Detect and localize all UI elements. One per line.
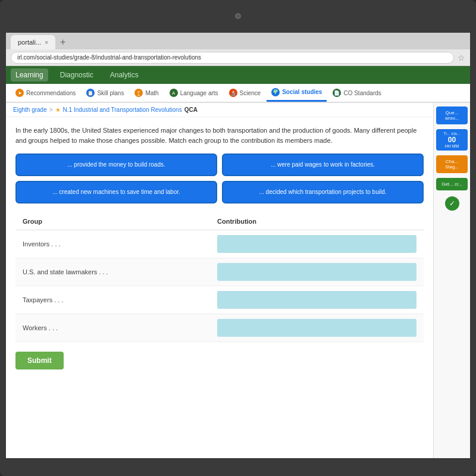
answer-tile-0[interactable]: ... provided the money to build roads. <box>15 154 217 176</box>
co-standards-icon: 📄 <box>333 89 341 97</box>
nav-item-learning[interactable]: Learning <box>11 68 48 82</box>
tab-close-icon[interactable]: × <box>45 39 48 46</box>
submit-button[interactable]: Submit <box>15 352 64 369</box>
table-row-workers: Workers . . . <box>15 314 424 342</box>
camera-dot <box>235 13 241 19</box>
breadcrumb: Eighth grade > ★ N.1 Industrial and Tran… <box>6 103 470 117</box>
subject-tabs: ➤ Recommendations 📋 Skill plans ∑ Math A… <box>6 84 470 103</box>
tab-co-standards[interactable]: 📄 CO Standards <box>328 84 386 102</box>
group-lawmakers: U.S. and state lawmakers . . . <box>15 258 210 286</box>
bookmark-icon[interactable]: ☆ <box>458 53 465 62</box>
answer-tile-2[interactable]: ... created new machines to save time an… <box>15 181 217 203</box>
math-icon: ∑ <box>134 89 143 97</box>
address-bar: ☆ <box>6 49 470 66</box>
match-table: Group Contribution Inventors . . . U.S. … <box>15 213 424 342</box>
check-icon: ✓ <box>445 196 459 211</box>
table-row-lawmakers: U.S. and state lawmakers . . . <box>15 258 424 286</box>
contribution-lawmakers[interactable] <box>210 258 424 286</box>
new-tab-button[interactable]: + <box>58 37 68 48</box>
timer-label: Ti... ela... <box>439 131 465 136</box>
url-input[interactable] <box>11 52 454 64</box>
skill-plans-icon: 📋 <box>86 89 95 97</box>
breadcrumb-badge: QCA <box>184 107 198 113</box>
answer-tile-1[interactable]: ... were paid wages to work in factories… <box>222 154 424 176</box>
side-panel: Que... ansv... Ti... ela... 00 HH MM Cha… <box>433 103 470 458</box>
answer-tile-3[interactable]: ... decided which transportation project… <box>222 181 424 203</box>
screen: portali... × + ☆ Learning Diagnostic <box>6 33 470 458</box>
tab-science[interactable]: 🔬 Science <box>224 84 266 102</box>
timer-value: 00 <box>439 136 465 144</box>
main-scrollable: In the early 1800s, the United States ex… <box>6 117 433 458</box>
group-inventors: Inventors . . . <box>15 230 210 258</box>
group-workers: Workers . . . <box>15 314 210 342</box>
nav-bar: Learning Diagnostic Analytics <box>6 66 470 84</box>
tab-math[interactable]: ∑ Math <box>130 84 163 102</box>
tab-bar: portali... × + <box>6 33 470 49</box>
questions-panel-btn[interactable]: Que... ansv... <box>436 107 468 124</box>
social-studies-icon: 🌍 <box>271 88 280 96</box>
col-group: Group <box>15 213 210 230</box>
group-taxpayers: Taxpayers . . . <box>15 286 210 314</box>
contribution-inventors[interactable] <box>210 230 424 258</box>
contribution-taxpayers[interactable] <box>210 286 424 314</box>
tab-skill-plans[interactable]: 📋 Skill plans <box>82 84 129 102</box>
table-row-taxpayers: Taxpayers . . . <box>15 286 424 314</box>
language-arts-icon: A <box>170 89 178 97</box>
browser-chrome: portali... × + ☆ Learning Diagnostic <box>6 33 470 103</box>
get-credit-btn[interactable]: Get... cr... <box>436 178 468 190</box>
browser-tab[interactable]: portali... × <box>11 35 55 49</box>
timer-extra: HH MM <box>439 144 465 148</box>
science-icon: 🔬 <box>229 89 237 97</box>
nav-item-diagnostic[interactable]: Diagnostic <box>55 68 98 82</box>
tab-social-studies[interactable]: 🌍 Social studies <box>267 84 327 102</box>
answer-tiles: ... provided the money to build roads. .… <box>15 154 424 203</box>
breadcrumb-sep1: > <box>49 107 53 113</box>
tab-label: portali... <box>18 39 41 46</box>
timer-box: Ti... ela... 00 HH MM <box>436 129 468 151</box>
breadcrumb-grade[interactable]: Eighth grade <box>13 107 47 113</box>
recommendations-icon: ➤ <box>15 89 24 97</box>
tab-recommendations[interactable]: ➤ Recommendations <box>11 84 80 102</box>
monitor: portali... × + ☆ Learning Diagnostic <box>0 0 476 476</box>
breadcrumb-star-icon: ★ <box>55 107 61 113</box>
contribution-workers[interactable] <box>210 314 424 342</box>
col-contribution: Contribution <box>210 213 424 230</box>
nav-item-analytics[interactable]: Analytics <box>105 68 143 82</box>
table-row-inventors: Inventors . . . <box>15 230 424 258</box>
breadcrumb-unit[interactable]: N.1 Industrial and Transportation Revolu… <box>63 107 182 113</box>
challenge-btn[interactable]: Cha... Stag... <box>436 155 468 173</box>
content-area: In the early 1800s, the United States ex… <box>6 117 470 458</box>
tab-language-arts[interactable]: A Language arts <box>165 84 223 102</box>
question-text: In the early 1800s, the United States ex… <box>15 126 424 145</box>
